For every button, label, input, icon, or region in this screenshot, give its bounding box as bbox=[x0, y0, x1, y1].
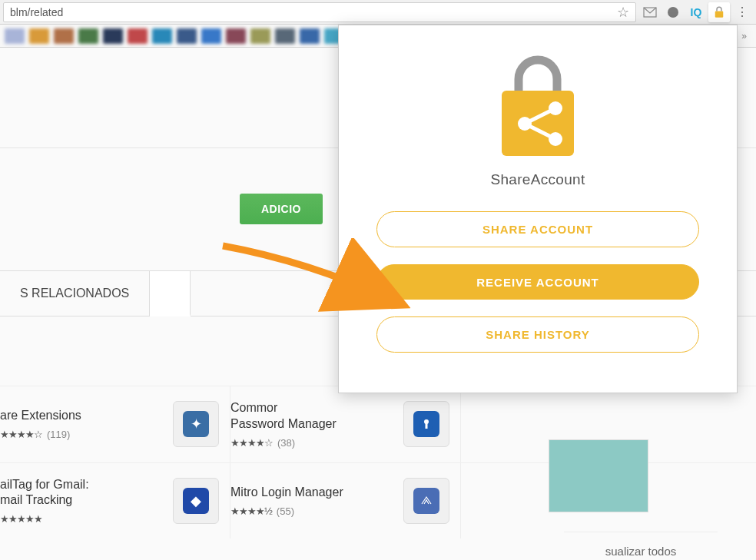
bookmark-item[interactable] bbox=[103, 28, 123, 44]
bookmark-item[interactable] bbox=[5, 28, 25, 44]
extension-rating: ★★★★☆ (38) bbox=[230, 437, 396, 449]
extension-card[interactable]: ailTag for Gmail: mail Tracking ★★★★★ ◆ bbox=[0, 463, 230, 539]
bookmark-item[interactable] bbox=[250, 28, 270, 44]
bookmark-item[interactable] bbox=[152, 28, 172, 44]
rating-count: (119) bbox=[47, 429, 70, 440]
extension-card[interactable]: are Extensions ★★★★☆ (119) ✦ bbox=[0, 386, 230, 462]
add-extension-button[interactable]: ADICIO bbox=[240, 194, 323, 224]
svg-point-9 bbox=[549, 132, 562, 146]
browser-menu-icon[interactable]: ⋮ bbox=[731, 2, 753, 22]
shareaccount-popup: ShareAccount SHARE ACCOUNT RECEIVE ACCOU… bbox=[338, 25, 738, 393]
svg-rect-4 bbox=[426, 423, 428, 429]
bookmark-item[interactable] bbox=[275, 28, 295, 44]
extension-card[interactable]: Commor Password Manager ★★★★☆ (38) bbox=[230, 386, 461, 462]
extension-icon: ✦ bbox=[183, 411, 209, 437]
extension-rating: ★★★★★ bbox=[0, 513, 165, 525]
bookmark-item[interactable] bbox=[300, 28, 320, 44]
extension-icon: ◆ bbox=[183, 488, 209, 514]
rating-count: (55) bbox=[277, 505, 294, 517]
bookmark-item[interactable] bbox=[29, 28, 49, 44]
stars-icon: ★★★★☆ bbox=[0, 429, 42, 440]
bookmarks-overflow-icon[interactable]: » bbox=[741, 31, 751, 41]
bookmark-item[interactable] bbox=[201, 28, 221, 44]
bookmark-item[interactable] bbox=[54, 28, 74, 44]
bookmark-item[interactable] bbox=[177, 28, 197, 44]
stars-icon: ★★★★☆ bbox=[230, 437, 273, 449]
url-text: blm/related bbox=[10, 6, 63, 18]
extension-title: ailTag for Gmail: mail Tracking bbox=[0, 477, 165, 509]
receive-account-button[interactable]: RECEIVE ACCOUNT bbox=[376, 264, 699, 300]
svg-point-8 bbox=[549, 101, 562, 115]
tab-active[interactable] bbox=[150, 271, 191, 316]
shareaccount-logo-icon bbox=[488, 48, 588, 167]
view-all-link[interactable]: sualizar todos bbox=[564, 532, 718, 558]
iq-label: IQ bbox=[691, 6, 702, 18]
extension-icon bbox=[413, 411, 439, 437]
extension-title: Mitro Login Manager bbox=[230, 485, 396, 501]
rating-count: (38) bbox=[277, 437, 295, 449]
mail-extension-icon[interactable] bbox=[639, 2, 661, 22]
share-history-button[interactable]: SHARE HISTORY bbox=[376, 316, 699, 353]
extension-title: Commor Password Manager bbox=[230, 400, 396, 432]
stars-icon: ★★★★★ bbox=[0, 513, 42, 525]
extension-thumbnail bbox=[403, 478, 449, 524]
shareaccount-extension-icon[interactable] bbox=[708, 2, 730, 22]
extension-icons: IQ ⋮ bbox=[639, 2, 753, 22]
extension-thumbnail: ◆ bbox=[173, 478, 219, 524]
bookmark-item[interactable] bbox=[226, 28, 246, 44]
bookmark-item[interactable] bbox=[128, 28, 148, 44]
circle-extension-icon[interactable] bbox=[662, 2, 684, 22]
extension-thumbnail: ✦ bbox=[173, 401, 219, 447]
extension-thumbnail bbox=[403, 401, 449, 447]
popup-title: ShareAccount bbox=[491, 171, 585, 188]
url-bar[interactable]: blm/related ☆ bbox=[3, 2, 636, 22]
svg-rect-6 bbox=[502, 91, 574, 156]
extension-rating: ★★★★½ (55) bbox=[230, 505, 396, 517]
svg-point-7 bbox=[518, 117, 532, 131]
iq-extension-icon[interactable]: IQ bbox=[685, 2, 707, 22]
bookmark-item[interactable] bbox=[78, 28, 98, 44]
tab-related[interactable]: S RELACIONADOS bbox=[0, 271, 150, 316]
svg-rect-1 bbox=[715, 11, 724, 17]
extension-rating: ★★★★☆ (119) bbox=[0, 429, 165, 440]
bookmark-star-icon[interactable]: ☆ bbox=[617, 4, 629, 21]
stars-icon: ★★★★½ bbox=[230, 505, 272, 517]
browser-toolbar: blm/related ☆ IQ ⋮ bbox=[0, 0, 756, 25]
share-account-button[interactable]: SHARE ACCOUNT bbox=[376, 211, 699, 247]
extension-icon bbox=[413, 488, 439, 514]
extension-title: are Extensions bbox=[0, 408, 165, 424]
side-thumbnail[interactable] bbox=[549, 439, 648, 512]
extension-card[interactable]: Mitro Login Manager ★★★★½ (55) bbox=[230, 463, 461, 539]
